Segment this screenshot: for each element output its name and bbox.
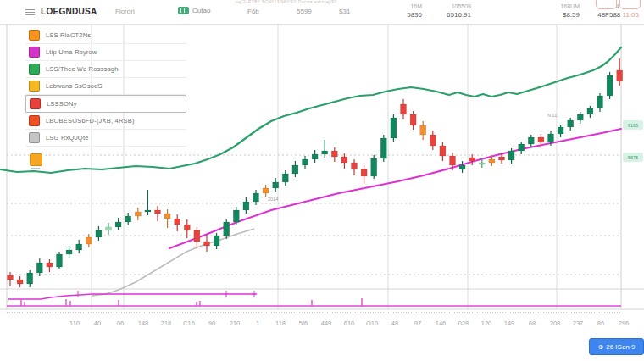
- quick-stat: F6b: [247, 8, 259, 15]
- legend-panel: LSS RlaCT2Ns Ltip Uma Rbyrow LSS/Thec We…: [25, 27, 186, 147]
- svg-text:5/6: 5/6: [299, 319, 308, 327]
- svg-text:210: 210: [230, 319, 241, 327]
- trend-line: [169, 129, 621, 248]
- toolbar-button[interactable]: [619, 0, 641, 9]
- legend-item-label: LSS/Thec We Rosssagh: [46, 65, 119, 73]
- quick-stat: $31: [339, 8, 350, 15]
- legend-item[interactable]: LSS RlaCT2Ns: [25, 27, 186, 44]
- series-color-swatch: [29, 132, 40, 143]
- legend-item[interactable]: LSSSONy: [25, 95, 186, 113]
- svg-text:40: 40: [94, 319, 101, 327]
- symbol-title: LOEGNDUSA: [41, 7, 97, 16]
- legend-item[interactable]: Lebwans SsOsodS: [25, 78, 186, 95]
- svg-text:146: 146: [436, 319, 447, 327]
- svg-text:110: 110: [69, 319, 80, 327]
- series-color-swatch: [29, 47, 40, 58]
- svg-text:148: 148: [138, 319, 149, 327]
- svg-text:218: 218: [161, 319, 172, 327]
- svg-text:449: 449: [321, 319, 332, 327]
- legend-item-label: LSS RlaCT2Ns: [46, 31, 91, 39]
- svg-text:48: 48: [391, 319, 398, 327]
- status-badge[interactable]: Cutao: [178, 7, 210, 14]
- stat-column: 168UM$8.59: [560, 3, 580, 19]
- stat-column: 16M5836: [407, 3, 422, 19]
- menu-icon[interactable]: [25, 8, 35, 15]
- legend-item[interactable]: Ltip Uma Rbyrow: [25, 44, 186, 61]
- legend-item[interactable]: LBOBESOS6FD-(JXB, 4RSB): [25, 113, 186, 130]
- svg-text:C16: C16: [183, 319, 195, 327]
- globe-icon: ⊕: [598, 343, 604, 351]
- series-color-swatch: [29, 81, 40, 92]
- marker-dash: [31, 168, 40, 169]
- legend-item-label: Ltip Uma Rbyrow: [46, 48, 97, 56]
- sub-panel: [7, 291, 621, 306]
- svg-text:90: 90: [208, 319, 215, 327]
- marker-badge[interactable]: [30, 153, 42, 166]
- svg-text:120: 120: [481, 319, 492, 327]
- legend-item[interactable]: LSS/Thec We Rosssagh: [25, 61, 186, 78]
- svg-text:6165: 6165: [628, 123, 638, 128]
- candles-icon: [178, 7, 189, 14]
- svg-text:237: 237: [573, 319, 584, 327]
- ma-line: [92, 229, 254, 296]
- stat-column: 1055096516.91: [447, 3, 471, 19]
- svg-text:06: 06: [117, 319, 124, 327]
- header: nq(24R2BY BO4013/960/9Y Dacwa asstdaj/9Y…: [0, 0, 644, 25]
- svg-text:N 11: N 11: [547, 113, 557, 118]
- price-axis-tags: 61655975: [623, 120, 643, 162]
- svg-text:296: 296: [619, 319, 630, 327]
- series-color-swatch: [29, 30, 40, 41]
- svg-text:208: 208: [550, 319, 561, 327]
- svg-text:O10: O10: [366, 319, 378, 327]
- symbol-subtitle: Flordri: [115, 8, 135, 15]
- legend-item-label: LBOBESOS6FD-(JXB, 4RSB): [46, 117, 135, 125]
- svg-text:149: 149: [504, 319, 515, 327]
- svg-text:610: 610: [344, 319, 355, 327]
- svg-text:86: 86: [597, 319, 604, 327]
- legend-item-label: Lebwans SsOsodS: [46, 82, 103, 90]
- quick-stat: 5599: [297, 8, 312, 15]
- x-axis: 1104006148218C169021011185/6449610O10489…: [69, 319, 629, 327]
- svg-text:68: 68: [529, 319, 536, 327]
- legend-item-label: LSG RxQ0Qte: [46, 134, 89, 142]
- svg-text:118: 118: [275, 319, 286, 327]
- legend-item-label: LSSSONy: [47, 100, 77, 108]
- series-color-swatch: [29, 115, 40, 126]
- toolbar-button[interactable]: [596, 0, 617, 9]
- svg-text:1: 1: [256, 319, 259, 327]
- svg-text:5975: 5975: [628, 155, 638, 160]
- date-range-button[interactable]: ⊕ 26 ISen 9: [589, 338, 644, 355]
- svg-text:2014: 2014: [268, 197, 278, 202]
- series-color-swatch: [29, 64, 40, 75]
- svg-text:97: 97: [414, 319, 421, 327]
- legend-item[interactable]: LSG RxQ0Qte: [25, 130, 186, 147]
- svg-text:028: 028: [458, 319, 469, 327]
- series-color-swatch: [30, 98, 41, 109]
